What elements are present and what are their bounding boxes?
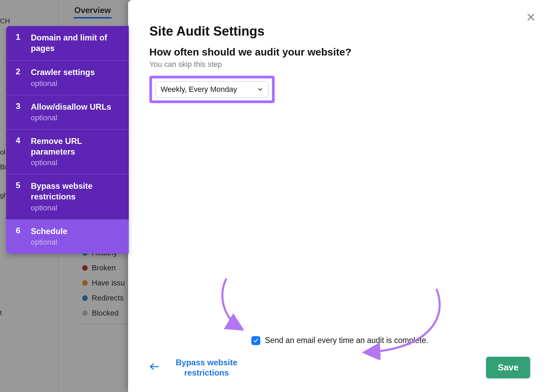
- modal-title: Site Audit Settings: [149, 24, 523, 39]
- email-checkbox-label: Send an email every time an audit is com…: [265, 336, 428, 345]
- schedule-select[interactable]: Weekly, Every Monday: [155, 81, 269, 98]
- step-crawler-settings[interactable]: 2 Crawler settingsoptional: [6, 61, 129, 95]
- close-button[interactable]: [526, 12, 536, 23]
- modal-hint: You can skip this step: [149, 60, 523, 69]
- schedule-select-value: Weekly, Every Monday: [161, 85, 237, 94]
- step-schedule[interactable]: 6 Scheduleoptional: [6, 220, 129, 254]
- save-button[interactable]: Save: [486, 357, 530, 378]
- email-checkbox[interactable]: [251, 336, 260, 345]
- settings-modal: Site Audit Settings How often should we …: [128, 0, 548, 392]
- back-button[interactable]: Bypass website restrictions: [149, 357, 242, 378]
- step-bypass-restrictions[interactable]: 5 Bypass website restrictionsoptional: [6, 174, 129, 219]
- wizard-stepper: 1 Domain and limit of pages 2 Crawler se…: [6, 26, 129, 254]
- step-domain-limit[interactable]: 1 Domain and limit of pages: [6, 26, 129, 61]
- schedule-select-highlight: Weekly, Every Monday: [149, 76, 275, 103]
- back-button-label: Bypass website restrictions: [171, 357, 242, 378]
- email-notify-row[interactable]: Send an email every time an audit is com…: [149, 336, 530, 345]
- chevron-down-icon: [257, 86, 263, 93]
- check-icon: [253, 338, 259, 344]
- close-icon: [526, 12, 536, 22]
- step-remove-params[interactable]: 4 Remove URL parametersoptional: [6, 130, 129, 174]
- modal-subtitle: How often should we audit your website?: [149, 46, 523, 58]
- arrow-left-icon: [149, 363, 159, 372]
- step-allow-disallow[interactable]: 3 Allow/disallow URLsoptional: [6, 95, 129, 130]
